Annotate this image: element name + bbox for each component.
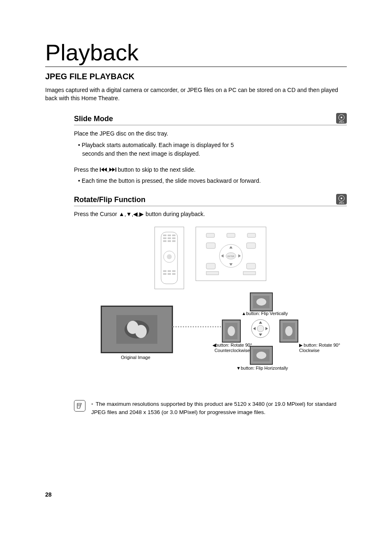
svg-rect-17 — [172, 235, 175, 236]
svg-rect-31 — [172, 273, 175, 275]
triangle-left-icon: ◀ — [212, 343, 216, 347]
svg-point-59 — [256, 298, 266, 306]
svg-text:JPEG: JPEG — [339, 202, 344, 204]
rotate-flip-diagram: Original Image ▲button: Flip Vertically … — [74, 301, 347, 384]
left-caption-text-b: Counterclockwise — [214, 348, 250, 353]
cursor-press-prefix: Press the Cursor — [74, 211, 119, 217]
cursor-right-icon: ▶ — [139, 211, 144, 217]
skip-forward-icon — [109, 166, 116, 175]
jpeg-disc-icon: JPEG — [336, 113, 347, 124]
skip-instruction: Press the , button to skip to the next s… — [74, 166, 347, 174]
svg-point-51 — [135, 325, 147, 338]
section-title: JPEG FILE PLAYBACK — [45, 72, 347, 81]
cursor-up-icon: ▲ — [119, 211, 125, 217]
intro-paragraph: Images captured with a digital camera or… — [45, 86, 347, 102]
svg-marker-7 — [109, 168, 112, 172]
slide-mode-bullet-2: • Each time the button is pressed, the s… — [78, 177, 347, 185]
skip-back-icon — [100, 166, 107, 175]
down-caption-text: button: Flip Horizontally — [241, 366, 288, 370]
svg-marker-56 — [253, 327, 256, 330]
page-number: 28 — [45, 491, 52, 498]
svg-rect-46 — [206, 272, 219, 275]
remote-zoom-icon: ENTER — [196, 227, 266, 281]
svg-marker-6 — [104, 168, 107, 172]
svg-rect-23 — [172, 240, 175, 242]
cursor-instruction: Press the Cursor ▲,▼,◀,▶ button during p… — [74, 210, 347, 219]
slide-mode-bullet-1: • Playback starts automatically. Each im… — [78, 141, 247, 158]
up-caption-text: button: Flip Vertically — [246, 311, 288, 316]
note-row: ▪The maximum resolutions supported by th… — [74, 400, 347, 417]
svg-rect-16 — [168, 235, 171, 236]
cursor-down-icon: ▼ — [126, 211, 132, 217]
svg-point-25 — [167, 254, 172, 259]
svg-rect-34 — [247, 233, 256, 237]
chapter-title: Playback — [45, 39, 347, 67]
svg-rect-44 — [206, 263, 215, 269]
svg-rect-43 — [247, 243, 256, 248]
svg-marker-55 — [259, 334, 262, 336]
left-button-caption: ◀button: Rotate 90°Counterclockwise — [210, 343, 255, 353]
original-image-caption: Original Image — [101, 355, 171, 360]
svg-rect-32 — [206, 233, 214, 237]
jpeg-disc-icon: JPEG — [336, 194, 347, 205]
down-button-caption: ▼button: Flip Horizontally — [236, 366, 306, 371]
svg-point-53 — [257, 325, 264, 332]
svg-rect-20 — [172, 237, 175, 239]
svg-marker-8 — [112, 168, 115, 172]
rotate-flip-heading: Rotate/Flip Function — [74, 196, 347, 206]
svg-text:ENTER: ENTER — [228, 255, 235, 258]
right-caption-text-b: Clockwise — [299, 348, 320, 353]
svg-marker-57 — [265, 327, 268, 330]
svg-marker-54 — [259, 321, 262, 324]
svg-marker-39 — [229, 263, 233, 266]
slide-mode-instruction: Place the JPEG disc on the disc tray. — [74, 129, 347, 138]
svg-marker-41 — [238, 254, 241, 258]
svg-rect-19 — [168, 237, 171, 239]
svg-marker-40 — [221, 254, 224, 258]
original-image-thumb — [101, 306, 173, 353]
note-icon — [74, 400, 85, 412]
note-bullet-icon: ▪ — [91, 401, 93, 407]
direction-pad-icon — [251, 319, 270, 338]
svg-rect-28 — [172, 270, 175, 272]
svg-rect-30 — [168, 273, 171, 275]
note-body: The maximum resolutions supported by thi… — [91, 401, 337, 415]
svg-rect-21 — [163, 240, 166, 242]
right-caption-text-a: button: Rotate 90° — [304, 343, 340, 347]
cursor-left-icon: ◀ — [133, 211, 138, 217]
rotate-ccw-thumb — [222, 320, 241, 343]
remote-illustration-row: ENTER — [74, 227, 347, 289]
svg-rect-26 — [163, 270, 166, 272]
svg-marker-5 — [101, 168, 104, 172]
slide-mode-section: JPEG Slide Mode Place the JPEG disc on t… — [74, 115, 347, 185]
svg-rect-15 — [163, 235, 166, 236]
svg-rect-47 — [243, 272, 256, 275]
svg-point-12 — [341, 198, 342, 199]
flip-vertical-thumb — [250, 292, 273, 311]
triangle-down-icon: ▼ — [236, 366, 241, 370]
triangle-up-icon: ▲ — [242, 311, 246, 316]
svg-rect-45 — [247, 263, 256, 269]
up-button-caption: ▲button: Flip Vertically — [242, 311, 299, 316]
svg-rect-4 — [100, 168, 101, 172]
manual-page: Playback JPEG FILE PLAYBACK Images captu… — [0, 0, 392, 543]
svg-point-2 — [341, 117, 342, 118]
svg-rect-33 — [227, 233, 235, 237]
svg-text:JPEG: JPEG — [339, 121, 344, 123]
svg-point-65 — [256, 352, 266, 359]
svg-rect-18 — [163, 237, 166, 239]
svg-rect-22 — [168, 240, 171, 242]
svg-rect-9 — [115, 168, 116, 172]
press-prefix-text: Press the — [74, 166, 100, 173]
press-suffix-text: button to skip to the next slide. — [118, 166, 196, 173]
svg-point-61 — [228, 326, 235, 336]
triangle-right-icon: ▶ — [299, 343, 302, 347]
rotate-cw-thumb — [279, 320, 298, 343]
rotate-flip-section: JPEG Rotate/Flip Function Press the Curs… — [74, 196, 347, 416]
svg-rect-42 — [206, 243, 215, 248]
remote-control-icon — [154, 227, 184, 289]
cursor-press-suffix: button during playback. — [145, 211, 205, 217]
note-text: ▪The maximum resolutions supported by th… — [91, 400, 347, 417]
svg-marker-38 — [229, 246, 233, 248]
svg-rect-29 — [163, 273, 166, 275]
